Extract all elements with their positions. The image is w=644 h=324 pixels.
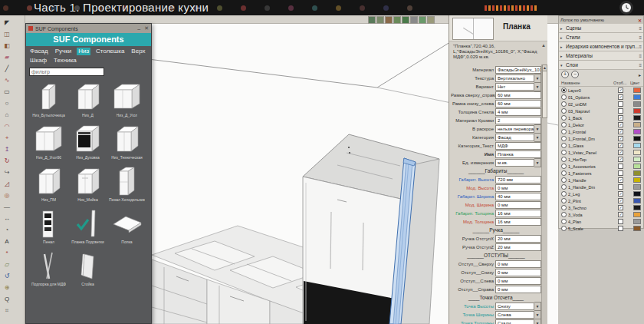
- layer-visible-checkbox[interactable]: ✓: [618, 143, 623, 148]
- column-visible[interactable]: Отоб...: [613, 81, 630, 85]
- push-pull-tool-icon[interactable]: ↥: [1, 144, 13, 155]
- component-thumbnail-cab-narrow[interactable]: [32, 81, 66, 113]
- layer-color-swatch[interactable]: [633, 150, 641, 155]
- param-value-field[interactable]: 0 мм: [495, 286, 541, 293]
- toolbar-mini-icon[interactable]: [393, 16, 401, 24]
- text-tool-icon[interactable]: A: [1, 236, 13, 247]
- layer-active-radio[interactable]: [561, 184, 567, 190]
- layer-visible-checkbox[interactable]: ✓: [618, 136, 623, 141]
- zoom-tool-icon[interactable]: Q: [1, 293, 13, 305]
- layer-active-radio[interactable]: [561, 136, 567, 141]
- component-thumbnail-check-strip[interactable]: [71, 207, 105, 240]
- layer-color-swatch[interactable]: [633, 170, 641, 176]
- layer-name[interactable]: 1_Fasteners: [568, 171, 618, 176]
- scroll-up-icon[interactable]: ▲: [541, 43, 546, 48]
- layer-active-radio[interactable]: [561, 191, 567, 197]
- protractor-tool-icon[interactable]: ◔: [1, 224, 13, 236]
- layer-name[interactable]: 1_Dekor: [568, 123, 618, 127]
- layer-color-swatch[interactable]: [633, 129, 641, 134]
- layer-active-radio[interactable]: [561, 101, 567, 107]
- component-thumbnail-cab[interactable]: [110, 123, 144, 155]
- dimension-tool-icon[interactable]: ↔: [1, 213, 13, 224]
- component-item[interactable]: Низ_Д: [68, 81, 107, 117]
- component-item[interactable]: Планка Подсветки: [68, 207, 107, 244]
- layer-row[interactable]: 5_Scale: [559, 225, 643, 232]
- tray-section-Иерархия компонентов и груп...[interactable]: ▸Иерархия компонентов и груп...≡: [559, 42, 643, 51]
- layer-row[interactable]: 1_HorTop✓: [559, 156, 643, 163]
- layer-visible-checkbox[interactable]: ✓: [618, 88, 623, 93]
- layer-visible-checkbox[interactable]: ✓: [618, 94, 623, 100]
- section-caret-icon[interactable]: ▸: [560, 54, 566, 58]
- layer-visible-checkbox[interactable]: ✓: [618, 212, 623, 217]
- layer-color-swatch[interactable]: [633, 226, 641, 231]
- section-pin-icon[interactable]: ≡: [639, 54, 642, 58]
- tab-Техника[interactable]: Техника: [52, 57, 78, 64]
- layer-name[interactable]: 1_Handle: [568, 178, 618, 183]
- layer-name[interactable]: 1_Accessories: [568, 164, 618, 169]
- layer-color-swatch[interactable]: [633, 88, 641, 93]
- dropdown-arrow-icon[interactable]: ▼: [534, 319, 541, 324]
- tab-Ручки[interactable]: Ручки: [54, 48, 73, 55]
- layer-row[interactable]: Layer0✓: [559, 87, 643, 94]
- layer-row[interactable]: 1_Handle✓: [559, 177, 643, 183]
- param-value-field[interactable]: Слева: [495, 311, 534, 319]
- layer-color-swatch[interactable]: [633, 177, 641, 183]
- column-name[interactable]: Название: [561, 81, 613, 85]
- param-value-field[interactable]: 0 мм: [495, 269, 541, 276]
- tray-section-Стили[interactable]: ▸Стили≡: [559, 33, 643, 42]
- layer-name[interactable]: 1_Handle_Dm: [568, 185, 618, 190]
- layer-active-radio[interactable]: [561, 205, 567, 210]
- component-thumbnail-cab-wide[interactable]: [110, 81, 144, 113]
- layer-color-swatch[interactable]: [633, 108, 641, 114]
- layer-name[interactable]: 1_HorTop: [568, 157, 618, 162]
- tray-section-Материалы[interactable]: ▸Материалы≡: [559, 51, 643, 61]
- close-button[interactable]: ✕: [144, 25, 149, 31]
- add-layer-button[interactable]: +: [561, 71, 569, 78]
- layer-row[interactable]: 1_Back✓: [559, 114, 643, 121]
- toolbar-mini-icon[interactable]: [427, 16, 435, 24]
- dropdown-arrow-icon[interactable]: ▼: [534, 158, 541, 167]
- params-scrollbar[interactable]: ▲: [541, 64, 547, 324]
- layer-visible-checkbox[interactable]: [618, 108, 623, 114]
- component-item[interactable]: Низ_Духовка: [68, 123, 107, 160]
- remove-layer-button[interactable]: −: [571, 71, 579, 78]
- param-value-field[interactable]: 20 мм: [495, 243, 541, 251]
- layer-visible-checkbox[interactable]: [618, 219, 623, 224]
- component-thumbnail-cab-wide[interactable]: [32, 123, 66, 155]
- param-value-field[interactable]: м.кв.: [495, 159, 534, 167]
- layer-color-swatch[interactable]: [633, 143, 641, 148]
- toolbar-mini-icon[interactable]: [368, 16, 376, 24]
- layer-color-swatch[interactable]: [633, 198, 641, 203]
- watch-later-clock-icon[interactable]: [619, 1, 633, 15]
- layer-active-radio[interactable]: [561, 170, 567, 176]
- select-tool-icon[interactable]: ◤: [1, 17, 13, 28]
- param-value-field[interactable]: нельзя переворачивать: [495, 125, 534, 133]
- layer-row[interactable]: 02_unDM: [559, 101, 643, 107]
- layer-name[interactable]: 1_Frontal: [568, 130, 618, 134]
- component-item[interactable]: Пенал Холодильник: [107, 165, 146, 202]
- component-item[interactable]: Низ_Д_Угол: [107, 81, 146, 117]
- eraser-tool-icon[interactable]: ▰: [1, 51, 13, 63]
- tab-Верх[interactable]: Верх: [130, 48, 146, 55]
- param-value-field[interactable]: Фасад: [495, 134, 534, 141]
- make-component-tool-icon[interactable]: ◫: [1, 28, 13, 40]
- component-item[interactable]: Низ_Д_Угол90: [29, 123, 68, 160]
- param-value-field[interactable]: 16 мм: [495, 218, 541, 226]
- layer-row[interactable]: 2_Leg✓: [559, 190, 643, 197]
- layer-row[interactable]: 03_Napravl: [559, 107, 643, 114]
- component-item[interactable]: Низ_ПМ: [29, 165, 68, 202]
- component-thumbnail-tall[interactable]: [110, 165, 144, 197]
- move-tool-icon[interactable]: +: [1, 132, 13, 144]
- component-thumbnail-panel[interactable]: [71, 250, 105, 282]
- section-caret-icon[interactable]: ▸: [560, 45, 566, 49]
- layer-color-swatch[interactable]: [633, 122, 641, 127]
- param-value-field[interactable]: 0 мм: [495, 277, 541, 285]
- orbit-tool-icon[interactable]: ↺: [1, 270, 13, 282]
- component-item[interactable]: Подпорка для МДФ: [29, 250, 68, 286]
- tab-Столешка[interactable]: Столешка: [94, 48, 126, 55]
- layer-color-swatch[interactable]: [633, 164, 641, 169]
- layer-active-radio[interactable]: [561, 226, 567, 231]
- circle-tool-icon[interactable]: ○: [1, 98, 13, 109]
- param-value-field[interactable]: Сзади: [495, 319, 534, 324]
- layer-active-radio[interactable]: [561, 122, 567, 127]
